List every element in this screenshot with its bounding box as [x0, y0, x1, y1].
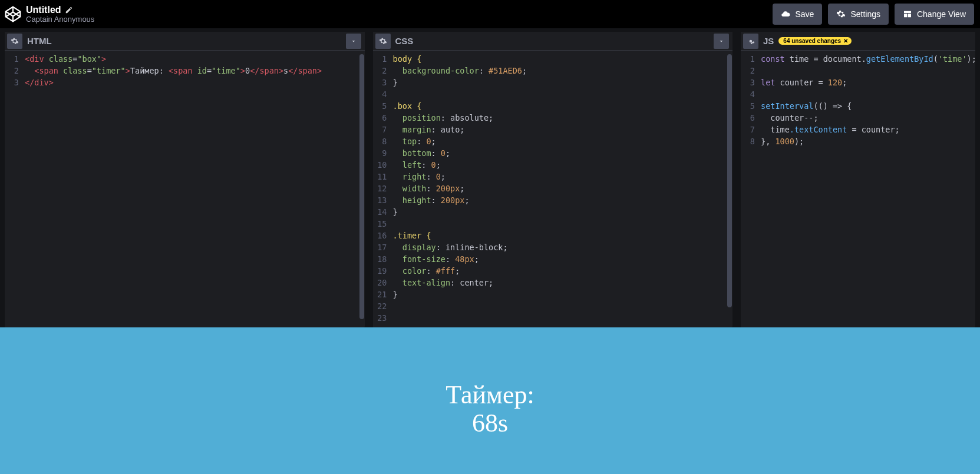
pen-title-row[interactable]: Untitled — [26, 5, 94, 15]
html-code[interactable]: <div class="box"> <span class="timer">Та… — [22, 51, 365, 327]
save-label: Save — [795, 9, 814, 19]
chevron-down-icon — [350, 38, 357, 45]
cloud-icon — [781, 9, 790, 19]
js-settings-button[interactable] — [743, 34, 758, 49]
css-panel: CSS 123456789101112131415161718192021222… — [373, 32, 733, 327]
save-button[interactable]: Save — [773, 4, 822, 25]
html-panel-title: HTML — [27, 36, 52, 46]
html-settings-button[interactable] — [7, 34, 22, 49]
js-panel-title: JS — [763, 36, 774, 46]
layout-icon — [903, 9, 912, 19]
css-panel-header: CSS — [373, 32, 733, 51]
css-editor[interactable]: 1234567891011121314151617181920212223 bo… — [373, 51, 733, 327]
css-panel-title: CSS — [395, 36, 414, 46]
settings-button[interactable]: Settings — [828, 4, 889, 25]
timer-value: 68s — [446, 409, 534, 439]
html-editor[interactable]: 123 <div class="box"> <span class="timer… — [5, 51, 365, 327]
html-panel-header: HTML — [5, 32, 365, 51]
css-gutter: 1234567891011121314151617181920212223 — [373, 51, 391, 327]
gear-icon — [836, 9, 846, 19]
chevron-down-icon — [718, 38, 725, 45]
html-gutter: 123 — [5, 51, 22, 327]
html-panel: HTML 123 <div class="box"> <span class="… — [5, 32, 365, 327]
scroll-thumb[interactable] — [727, 54, 732, 307]
logo-block: Untitled Captain Anonymous — [5, 5, 94, 24]
change-view-button[interactable]: Change View — [895, 4, 974, 25]
gear-icon — [379, 37, 387, 45]
css-collapse-button[interactable] — [714, 34, 729, 49]
scroll-thumb[interactable] — [359, 54, 364, 319]
title-block: Untitled Captain Anonymous — [26, 5, 94, 24]
timer-box: Таймер: 68s — [446, 382, 534, 439]
gear-icon — [747, 37, 755, 45]
settings-label: Settings — [850, 9, 880, 19]
html-collapse-button[interactable] — [346, 34, 361, 49]
change-view-label: Change View — [917, 9, 966, 19]
preview-pane: Таймер: 68s — [0, 327, 980, 474]
js-panel-header: JS 64 unsaved changes ✕ — [741, 32, 975, 51]
edit-title-icon[interactable] — [65, 6, 73, 14]
css-code[interactable]: body { background-color: #51AED6; } .box… — [391, 51, 733, 327]
js-panel: JS 64 unsaved changes ✕ 12345678 const t… — [741, 32, 975, 327]
codepen-logo-icon — [5, 6, 21, 22]
pen-title: Untitled — [26, 5, 61, 15]
unsaved-changes-badge: 64 unsaved changes ✕ — [778, 37, 852, 45]
js-gutter: 12345678 — [741, 51, 758, 327]
css-settings-button[interactable] — [375, 34, 391, 49]
timer-label: Таймер: — [446, 382, 534, 409]
pen-author: Captain Anonymous — [26, 15, 94, 24]
top-bar: Untitled Captain Anonymous Save Settings… — [0, 0, 980, 28]
gear-icon — [11, 37, 19, 45]
js-code[interactable]: const time = document.getElementById('ti… — [758, 51, 975, 327]
badge-text: 64 unsaved changes — [783, 38, 841, 44]
js-editor[interactable]: 12345678 const time = document.getElemen… — [741, 51, 975, 327]
badge-close-icon[interactable]: ✕ — [843, 38, 848, 44]
editors-row: HTML 123 <div class="box"> <span class="… — [0, 28, 980, 327]
